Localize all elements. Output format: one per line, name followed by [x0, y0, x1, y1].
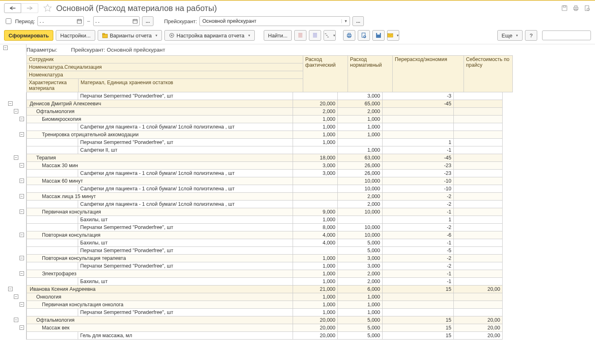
collapse-icon[interactable]: −: [20, 271, 24, 276]
data-row: Бахилы, шт1,0001: [0, 216, 595, 224]
period-to-field[interactable]: [94, 18, 126, 24]
calendar-icon[interactable]: [132, 18, 138, 24]
collapse-icon[interactable]: −: [14, 155, 18, 160]
help-button[interactable]: ?: [525, 30, 537, 41]
collapse-icon[interactable]: −: [14, 109, 18, 113]
value-cell: 1,000: [338, 293, 383, 301]
data-row: Салфетки для пациента - 1 слой бумаги/ 1…: [0, 201, 595, 208]
value-cell: [383, 131, 454, 139]
favorite-star-icon[interactable]: [43, 4, 52, 13]
value-cell: -10: [383, 185, 454, 193]
collapse-icon[interactable]: −: [3, 46, 8, 50]
data-row: −Повторная консультация4,00010,000-6: [0, 231, 595, 239]
tree-cell: [0, 309, 26, 316]
variant-settings-button[interactable]: Настройка варианта отчета: [164, 30, 255, 41]
tree-cell: [0, 332, 26, 340]
search-box[interactable]: [542, 31, 591, 40]
collapse-icon[interactable]: −: [20, 209, 24, 214]
value-cell: 5,000: [338, 324, 383, 332]
period-to-input[interactable]: [93, 16, 140, 26]
tree-cell: [0, 224, 26, 231]
chevron-down-icon[interactable]: ▼: [341, 19, 350, 23]
period-from-input[interactable]: [37, 16, 84, 26]
value-cell: -6: [383, 231, 454, 239]
group-cell: Иванова Ксения Андреевна: [26, 286, 293, 293]
value-cell: 26,000: [338, 170, 383, 177]
period-select-button[interactable]: ...: [142, 16, 153, 26]
report-header-table: Сотрудник Расход фактический Расход норм…: [26, 55, 513, 92]
value-cell: 15: [383, 332, 454, 340]
more-button[interactable]: Еще: [497, 30, 523, 41]
data-row: Бахилы, шт4,0005,000-1: [0, 239, 595, 247]
value-cell: [454, 278, 503, 286]
data-row: −Первичная консультация онколога1,0001,0…: [0, 301, 595, 309]
generate-button[interactable]: Сформировать: [4, 30, 53, 41]
value-cell: 2,000: [338, 201, 383, 208]
value-cell: [454, 270, 503, 278]
save-icon[interactable]: [561, 4, 568, 12]
tree-cell: −: [0, 270, 26, 278]
settings-button[interactable]: Настройки...: [56, 30, 95, 41]
nav-forward-button[interactable]: [21, 3, 38, 13]
preview-icon[interactable]: [584, 4, 591, 12]
col-nom: Номенклатура: [27, 71, 303, 79]
char-cell: [26, 139, 78, 146]
value-cell: [454, 108, 503, 116]
value-cell: 1,000: [338, 301, 383, 309]
levels-button[interactable]: [324, 30, 336, 41]
collapse-icon[interactable]: −: [20, 132, 24, 137]
report-variants-button[interactable]: Варианты отчета: [98, 30, 162, 41]
value-cell: 10,000: [338, 208, 383, 216]
collapse-icon[interactable]: −: [20, 325, 24, 330]
material-cell: Салфетки II, шт: [78, 146, 293, 154]
collapse-icon[interactable]: −: [20, 194, 24, 198]
tree-cell: [0, 278, 26, 286]
value-cell: [293, 92, 338, 100]
tree-cell: [0, 139, 26, 146]
find-button[interactable]: Найти...: [264, 30, 292, 41]
group-cell: Биомикроскопия: [26, 116, 293, 123]
pricelist-combo[interactable]: Основной прейскурант ▼: [199, 16, 350, 26]
print-icon[interactable]: [572, 4, 580, 12]
collapse-all-button[interactable]: [309, 30, 321, 41]
value-cell: -23: [383, 170, 454, 177]
pricelist-select-button[interactable]: ...: [352, 16, 364, 26]
send-button[interactable]: [387, 30, 399, 41]
value-cell: -2: [383, 255, 454, 262]
print-button[interactable]: [343, 30, 355, 41]
expand-all-button[interactable]: [294, 30, 306, 41]
collapse-icon[interactable]: −: [20, 163, 24, 168]
period-from-field[interactable]: [38, 18, 70, 24]
value-cell: 2,000: [293, 108, 338, 116]
value-cell: 20,00: [454, 332, 503, 340]
collapse-icon[interactable]: −: [14, 318, 18, 322]
data-row: Перчатки Sempermed "Porwderfree", шт5,00…: [0, 247, 595, 255]
value-cell: [454, 201, 503, 208]
collapse-icon[interactable]: −: [20, 117, 24, 121]
data-row: −Иванова Ксения Андреевна21,0006,0001520…: [0, 286, 595, 293]
data-row: Салфетки II, шт1,000-1: [0, 146, 595, 154]
tree-cell: −: [0, 162, 26, 170]
material-cell: Перчатки Sempermed "Porwderfree", шт: [78, 139, 293, 146]
value-cell: 20,00: [454, 316, 503, 324]
calendar-icon[interactable]: [77, 18, 82, 24]
nav-back-button[interactable]: [4, 3, 21, 13]
collapse-icon[interactable]: −: [14, 294, 18, 299]
report-variants-label: Варианты отчета: [110, 33, 152, 39]
collapse-icon[interactable]: −: [8, 287, 13, 291]
value-cell: [293, 177, 338, 185]
collapse-icon[interactable]: −: [20, 302, 24, 307]
group-cell: Первичная консультация: [26, 208, 293, 216]
value-cell: [454, 239, 503, 247]
svg-rect-19: [377, 33, 380, 35]
save-button[interactable]: [372, 30, 385, 41]
print-preview-button[interactable]: [358, 30, 370, 41]
collapse-icon[interactable]: −: [8, 101, 13, 106]
collapse-icon[interactable]: −: [20, 256, 24, 260]
tree-cell: [0, 262, 26, 270]
collapse-icon[interactable]: −: [20, 233, 24, 237]
value-cell: 18,000: [293, 154, 338, 162]
period-checkbox[interactable]: [6, 18, 11, 24]
collapse-icon[interactable]: −: [20, 179, 24, 183]
group-cell: Повторная консультация: [26, 231, 293, 239]
